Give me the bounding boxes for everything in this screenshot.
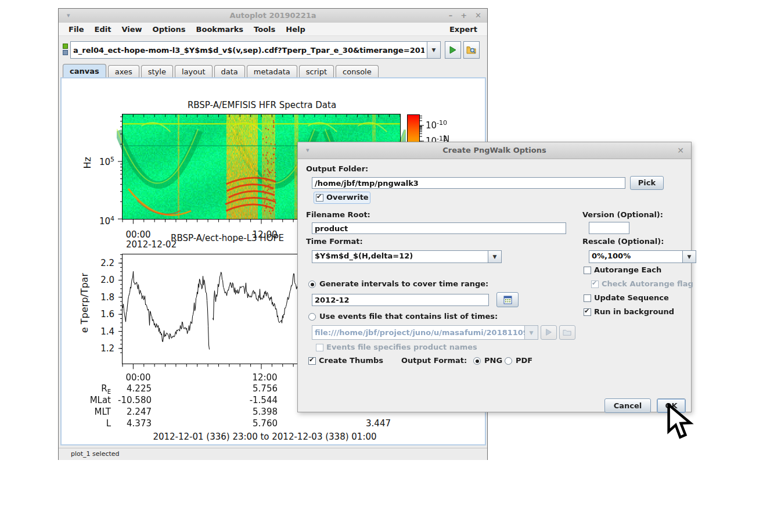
events-file-value: file:///home/jbf/project/juno/u/masafumi…: [312, 326, 524, 339]
maximize-icon[interactable]: +: [460, 9, 467, 23]
status-bar: plot_1 selected: [59, 448, 487, 460]
update-sequence-checkbox[interactable]: [584, 294, 591, 302]
events-dropdown-button: ▼: [524, 326, 538, 339]
chevron-down-icon: ▼: [688, 254, 692, 260]
menu-file[interactable]: File: [64, 24, 88, 35]
colorbar-tick-1e-10: 10-10: [426, 119, 447, 131]
table-row-label: MLat: [75, 395, 111, 407]
uri-toolbar: ▼: [59, 36, 487, 64]
version-input[interactable]: [589, 222, 629, 234]
table-cell: 4.373: [117, 418, 152, 429]
filename-root-input[interactable]: [312, 222, 566, 234]
menu-help[interactable]: Help: [282, 24, 309, 35]
overwrite-label: Overwrite: [326, 193, 369, 202]
plot2-ytick: 2.2: [91, 258, 114, 268]
time-format-dropdown-button[interactable]: ▼: [488, 251, 501, 263]
plot2-xtick-1200: 12:00: [252, 372, 278, 383]
plot1-ytick-1e5: 105: [89, 156, 114, 167]
table-cell: -1.544: [243, 395, 278, 405]
output-folder-input[interactable]: [312, 177, 625, 189]
title-bar[interactable]: ▾ Autoplot 20190221a – + ✕: [59, 9, 487, 23]
tab-console[interactable]: console: [336, 65, 379, 78]
use-events-file-radio[interactable]: [308, 313, 316, 321]
tab-axes[interactable]: axes: [108, 65, 139, 78]
table-cell: 2.247: [117, 407, 152, 417]
overwrite-checkbox[interactable]: [316, 194, 323, 202]
plot2-ytick: 2.0: [91, 275, 114, 285]
table-cell: 5.398: [243, 407, 278, 417]
plot1-xtick-0000: 00:00: [125, 229, 151, 240]
tab-data[interactable]: data: [214, 65, 245, 78]
folder-magnifier-icon: [466, 45, 477, 55]
dialog-title-bar[interactable]: ▾ Create PngWalk Options ✕: [298, 142, 691, 159]
chevron-down-icon: ▼: [493, 254, 497, 260]
close-icon[interactable]: ✕: [475, 9, 481, 23]
folder-icon: [563, 328, 572, 336]
uri-dropdown-button[interactable]: ▼: [427, 42, 440, 58]
run-background-label: Run in background: [594, 307, 674, 316]
events-play-button: [541, 325, 557, 340]
create-thumbs-checkbox[interactable]: [308, 357, 316, 365]
table-row-label: MLT: [75, 407, 111, 418]
output-format-label: Output Format:: [401, 356, 467, 365]
plot-go-button[interactable]: [445, 41, 461, 59]
table-cell: 4.225: [117, 383, 152, 394]
dialog-title: Create PngWalk Options: [298, 142, 691, 159]
overwrite-checkbox-group[interactable]: Overwrite: [314, 192, 370, 203]
plot2-ytick: 1.8: [91, 292, 114, 303]
menu-bar: File Edit View Options Bookmarks Tools H…: [59, 23, 487, 36]
plot2-ytick: 1.6: [91, 309, 114, 319]
datasource-type-icon: [63, 44, 69, 56]
calendar-button[interactable]: [496, 292, 519, 307]
pngwalk-options-dialog: ▾ Create PngWalk Options ✕ Output Folder…: [297, 142, 692, 412]
tab-style[interactable]: style: [141, 65, 173, 78]
check-autorange-checkbox: [591, 281, 599, 288]
uri-input[interactable]: [71, 42, 427, 58]
menu-bookmarks[interactable]: Bookmarks: [192, 24, 248, 35]
plot2-ytick: 1.4: [91, 326, 114, 337]
png-label: PNG: [484, 356, 502, 365]
time-format-combobox[interactable]: $Y$m$d_$(H,delta=12) ▼: [312, 250, 502, 263]
generate-intervals-radio[interactable]: [308, 281, 316, 288]
plot2-ytick: 1.2: [91, 343, 114, 354]
dialog-menu-icon[interactable]: ▾: [306, 142, 309, 159]
timerange-input[interactable]: [312, 294, 489, 306]
png-radio[interactable]: [473, 357, 481, 365]
inspect-uri-button[interactable]: [463, 41, 480, 59]
tab-layout[interactable]: layout: [175, 65, 213, 78]
expert-menu[interactable]: Expert: [445, 24, 481, 35]
chevron-down-icon: ▼: [530, 330, 534, 336]
events-browse-button: [559, 325, 575, 340]
menu-edit[interactable]: Edit: [91, 24, 116, 35]
table-row-label: L: [75, 418, 111, 430]
timerange-footer: 2012-12-01 (336) 23:00 to 2012-12-03 (33…: [91, 432, 439, 442]
play-icon: [545, 328, 553, 336]
cancel-button[interactable]: Cancel: [604, 398, 651, 413]
window-menu-icon[interactable]: ▾: [67, 9, 70, 23]
events-specifies-checkbox: [316, 344, 323, 351]
table-cell: 5.760: [243, 418, 278, 429]
tab-canvas[interactable]: canvas: [63, 64, 106, 78]
table-cell: -10.580: [117, 395, 152, 405]
window-title: Autoplot 20190221a: [59, 9, 487, 23]
menu-options[interactable]: Options: [149, 24, 190, 35]
autorange-each-checkbox[interactable]: [584, 267, 591, 274]
tab-script[interactable]: script: [299, 65, 334, 78]
status-text: plot_1 selected: [71, 450, 120, 458]
plot2-xtick-0000: 00:00: [125, 372, 151, 383]
pick-button[interactable]: Pick: [630, 176, 664, 190]
version-label: Version (Optional):: [582, 210, 663, 219]
check-autorange-label: Check Autorange flag: [602, 279, 693, 288]
window-controls: – + ✕: [449, 9, 481, 23]
dialog-close-icon[interactable]: ✕: [677, 142, 684, 159]
menu-tools[interactable]: Tools: [250, 24, 279, 35]
create-thumbs-label: Create Thumbs: [319, 356, 383, 365]
menu-view[interactable]: View: [117, 24, 146, 35]
run-background-checkbox[interactable]: [584, 308, 591, 316]
tab-metadata[interactable]: metadata: [247, 65, 297, 78]
minimize-icon[interactable]: –: [449, 9, 453, 23]
rescale-combobox[interactable]: 0%,100% ▼: [589, 250, 696, 263]
rescale-dropdown-button[interactable]: ▼: [682, 251, 696, 263]
pdf-radio[interactable]: [505, 357, 512, 365]
rescale-label: Rescale (Optional):: [582, 237, 664, 246]
